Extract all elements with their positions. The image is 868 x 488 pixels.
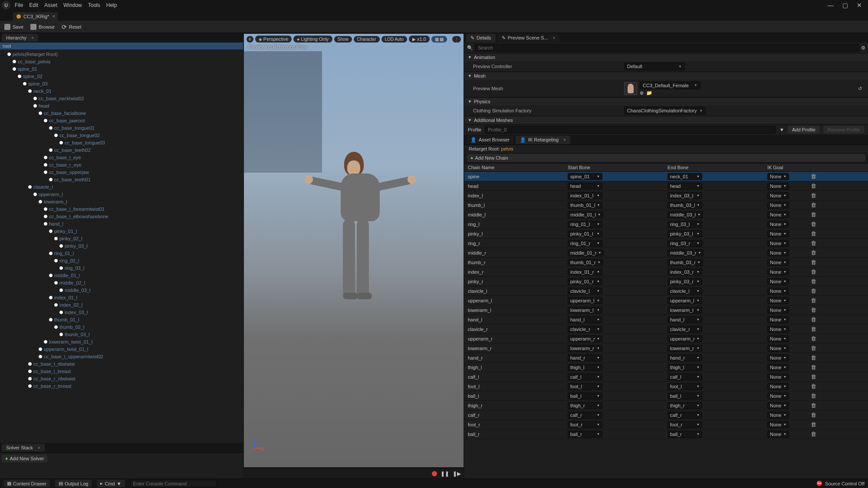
bone-row[interactable]: neck_01 — [0, 87, 243, 95]
start-bone-dropdown[interactable]: pinky_01_r▼ — [568, 278, 602, 285]
start-bone-dropdown[interactable]: head▼ — [568, 183, 602, 190]
end-bone-dropdown[interactable]: middle_03_l▼ — [667, 211, 703, 218]
start-bone-dropdown[interactable]: thumb_01_r▼ — [568, 259, 603, 266]
delete-chain-icon[interactable]: 🗑 — [811, 211, 816, 218]
bone-row[interactable]: spine_03 — [0, 80, 243, 87]
bone-row[interactable]: thumb_03_l — [0, 331, 243, 338]
chain-row[interactable]: calf_lcalf_l▼calf_l▼None▼🗑 — [464, 372, 868, 382]
chain-row[interactable]: thigh_rthigh_r▼thigh_r▼None▼🗑 — [464, 401, 868, 410]
preview-controller-dropdown[interactable]: Default▼ — [624, 62, 685, 70]
bone-row[interactable]: head — [0, 102, 243, 109]
settings-icon[interactable]: ⚙ — [861, 45, 865, 51]
ue-logo-icon[interactable]: U — [2, 1, 10, 10]
delete-chain-icon[interactable]: 🗑 — [811, 421, 816, 428]
end-bone-dropdown[interactable]: clavicle_l▼ — [667, 288, 702, 295]
bone-row[interactable]: middle_03_l — [0, 286, 243, 294]
viewport-mode-button[interactable]: ▦ ▦ — [431, 36, 447, 43]
bone-row[interactable]: cc_base_facialbone — [0, 109, 243, 117]
start-bone-dropdown[interactable]: ring_01_r▼ — [568, 240, 602, 247]
delete-chain-icon[interactable]: 🗑 — [811, 402, 816, 409]
step-button[interactable]: ❚▶ — [453, 471, 461, 477]
chain-row[interactable]: pinky_lpinky_01_l▼pinky_03_l▼None▼🗑 — [464, 229, 868, 239]
start-bone-dropdown[interactable]: clavicle_l▼ — [568, 288, 602, 295]
end-bone-dropdown[interactable]: hand_r▼ — [667, 354, 702, 361]
chain-row[interactable]: pinky_rpinky_01_r▼pinky_03_r▼None▼🗑 — [464, 277, 868, 286]
start-bone-dropdown[interactable]: pinky_01_l▼ — [568, 230, 602, 237]
chain-row[interactable]: ball_rball_r▼ball_r▼None▼🗑 — [464, 429, 868, 439]
console-input[interactable] — [130, 480, 217, 488]
section-physics[interactable]: ▼Physics — [464, 98, 868, 105]
bone-row[interactable]: cc_base_upperjaw — [0, 168, 243, 176]
bone-row[interactable]: ring_01_l — [0, 249, 243, 257]
chain-row[interactable]: middle_lmiddle_01_l▼middle_03_l▼None▼🗑 — [464, 210, 868, 219]
bone-row[interactable]: spine_01 — [0, 65, 243, 72]
chain-row[interactable]: headhead▼head▼None▼🗑 — [464, 181, 868, 191]
ik-goal-dropdown[interactable]: None▼ — [767, 183, 789, 190]
ik-goal-dropdown[interactable]: None▼ — [767, 412, 789, 419]
chain-row[interactable]: lowerarm_llowerarm_l▼lowerarm_l▼None▼🗑 — [464, 305, 868, 315]
end-bone-dropdown[interactable]: foot_l▼ — [667, 383, 702, 390]
chain-row[interactable]: hand_lhand_l▼hand_l▼None▼🗑 — [464, 315, 868, 324]
chain-row[interactable]: hand_rhand_r▼hand_r▼None▼🗑 — [464, 353, 868, 363]
chain-row[interactable]: upperarm_rupperarm_r▼upperarm_r▼None▼🗑 — [464, 334, 868, 344]
end-bone-dropdown[interactable]: clavicle_r▼ — [667, 326, 702, 333]
ik-goal-dropdown[interactable]: None▼ — [767, 421, 789, 428]
menu-asset[interactable]: Asset — [44, 2, 57, 8]
output-log-button[interactable]: ▤ Output Log — [55, 480, 92, 487]
end-bone-dropdown[interactable]: thumb_03_l▼ — [667, 202, 702, 209]
delete-chain-icon[interactable]: 🗑 — [811, 173, 816, 180]
viewport[interactable]: ≡ ◈ Perspective ● Lighting Only Show Cha… — [244, 34, 464, 467]
bone-row[interactable]: cc_base_l_forearmtwist01 — [0, 205, 243, 213]
chain-row[interactable]: foot_lfoot_l▼foot_l▼None▼🗑 — [464, 382, 868, 391]
end-bone-dropdown[interactable]: calf_r▼ — [667, 412, 702, 419]
ik-goal-dropdown[interactable]: None▼ — [767, 402, 789, 409]
source-control-icon[interactable]: ⛔ — [816, 481, 822, 486]
add-solver-button[interactable]: +Add New Solver — [2, 455, 47, 462]
ik-goal-dropdown[interactable]: None▼ — [767, 211, 789, 218]
ik-goal-dropdown[interactable]: None▼ — [767, 354, 789, 361]
ik-goal-dropdown[interactable]: None▼ — [767, 269, 789, 275]
ik-goal-dropdown[interactable]: None▼ — [767, 192, 789, 199]
close-icon[interactable]: × — [563, 138, 566, 142]
file-tab[interactable]: CC3_IKRig* × — [13, 12, 58, 21]
start-bone-dropdown[interactable]: hand_r▼ — [568, 354, 602, 361]
solver-stack-tab[interactable]: Solver Stack× — [2, 444, 45, 452]
bone-row[interactable]: cc_base_r_ribstwist — [0, 375, 243, 382]
start-bone-dropdown[interactable]: spine_01▼ — [568, 173, 602, 180]
profile-dropdown-icon[interactable]: ▼ — [779, 127, 784, 132]
start-bone-dropdown[interactable]: foot_l▼ — [568, 383, 602, 390]
delete-chain-icon[interactable]: 🗑 — [811, 249, 816, 256]
ik-goal-dropdown[interactable]: None▼ — [767, 297, 789, 304]
end-bone-dropdown[interactable]: calf_l▼ — [667, 373, 702, 380]
bone-row[interactable]: cc_base_tongue03 — [0, 139, 243, 146]
chain-row[interactable]: ring_rring_01_r▼ring_03_r▼None▼🗑 — [464, 239, 868, 248]
bone-row[interactable]: index_03_l — [0, 308, 243, 316]
reset-button[interactable]: ⟳Reset — [62, 23, 82, 30]
delete-chain-icon[interactable]: 🗑 — [811, 393, 816, 399]
end-bone-dropdown[interactable]: pinky_03_l▼ — [667, 230, 702, 237]
bone-row[interactable]: pinky_03_l — [0, 242, 243, 249]
start-bone-dropdown[interactable]: calf_l▼ — [568, 373, 602, 380]
section-mesh[interactable]: ▼Mesh — [464, 72, 868, 80]
ik-goal-dropdown[interactable]: None▼ — [767, 345, 789, 352]
ik-goal-dropdown[interactable]: None▼ — [767, 431, 789, 438]
bone-row[interactable]: hand_l — [0, 220, 243, 227]
end-bone-dropdown[interactable]: hand_l▼ — [667, 316, 702, 323]
section-animation[interactable]: ▼Animation — [464, 53, 868, 61]
ik-goal-dropdown[interactable]: None▼ — [767, 393, 789, 400]
bone-row[interactable]: index_02_l — [0, 301, 243, 308]
chain-row[interactable]: index_lindex_01_l▼index_03_l▼None▼🗑 — [464, 191, 868, 200]
chain-row[interactable]: clavicle_lclavicle_l▼clavicle_l▼None▼🗑 — [464, 286, 868, 296]
delete-chain-icon[interactable]: 🗑 — [811, 183, 816, 189]
delete-chain-icon[interactable]: 🗑 — [811, 364, 816, 370]
start-bone-dropdown[interactable]: thigh_r▼ — [568, 402, 602, 409]
bone-row[interactable]: index_01_l — [0, 294, 243, 301]
bone-row[interactable]: spine_02 — [0, 72, 243, 80]
bone-row[interactable]: pelvis (Retarget Root) — [0, 50, 243, 58]
remove-profile-button[interactable]: Remove Profile — [823, 126, 865, 134]
menu-file[interactable]: File — [15, 2, 23, 8]
ik-goal-dropdown[interactable]: None▼ — [767, 278, 789, 285]
bone-row[interactable]: clavicle_l — [0, 183, 243, 190]
clothing-factory-dropdown[interactable]: ChaosClothingSimulationFactory▼ — [624, 107, 706, 115]
chain-row[interactable]: ball_lball_l▼ball_l▼None▼🗑 — [464, 391, 868, 401]
